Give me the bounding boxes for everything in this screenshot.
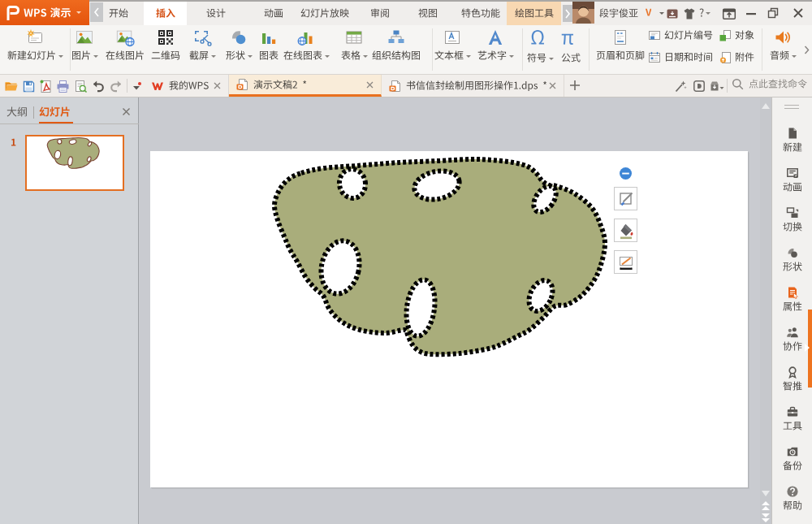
doc-tab-label xyxy=(253,80,307,90)
ribbon-item-object[interactable] xyxy=(719,28,754,42)
scroll-up-button[interactable] xyxy=(760,103,771,109)
ribbon-item-13[interactable] xyxy=(559,25,583,74)
close-tab-icon[interactable] xyxy=(549,82,556,89)
ribbon-item-datetime[interactable] xyxy=(648,50,713,64)
beautify-wand-button[interactable] xyxy=(674,80,687,93)
ribbon-item-shapes[interactable] xyxy=(225,25,253,74)
menu-tab-4[interactable] xyxy=(300,8,349,19)
doc-tab-1[interactable] xyxy=(229,75,382,97)
back-button[interactable] xyxy=(90,2,103,22)
panel-tab-divider xyxy=(33,106,34,119)
panel-tab-outline[interactable] xyxy=(6,106,28,118)
open-file-button[interactable] xyxy=(4,80,18,93)
export-pdf-button[interactable] xyxy=(39,80,53,93)
slide-canvas[interactable] xyxy=(150,151,748,487)
vip-badge xyxy=(646,7,651,18)
outline-color-button[interactable] xyxy=(614,250,637,274)
context-tab-drawing-tools[interactable] xyxy=(507,2,561,25)
toolbar-divider xyxy=(127,79,127,93)
scroll-down-button[interactable] xyxy=(760,491,771,496)
ribbon-item-screenshot[interactable] xyxy=(188,25,216,74)
ribbon-item-attachment[interactable] xyxy=(719,50,754,64)
doc-tab-0[interactable] xyxy=(145,75,229,97)
ribbon-item-label xyxy=(7,50,56,61)
redo-button[interactable] xyxy=(110,80,123,93)
next-slide-button[interactable] xyxy=(760,513,771,522)
dropdown-caret-icon xyxy=(93,55,98,58)
fill-color-button[interactable] xyxy=(614,219,637,242)
app-logo[interactable] xyxy=(0,0,89,25)
sidebar-item-backup[interactable] xyxy=(772,445,812,471)
user-name[interactable] xyxy=(599,8,638,19)
customize-toolbar-button[interactable] xyxy=(131,81,142,93)
more-tabs-button[interactable] xyxy=(563,5,572,22)
sidebar-item-tool[interactable] xyxy=(772,405,812,431)
freeform-shape-with-holes[interactable] xyxy=(150,151,748,487)
menu-tab-2[interactable] xyxy=(206,8,226,19)
ribbon-item-picture[interactable] xyxy=(71,25,98,74)
sidebar-item-attr[interactable] xyxy=(772,286,812,312)
edit-points-button[interactable] xyxy=(614,187,637,210)
ribbon-item-online-chart[interactable] xyxy=(283,25,330,74)
panel-header xyxy=(0,97,139,124)
sidebar-item-label xyxy=(772,500,812,511)
brand-caret-icon xyxy=(76,11,81,14)
user-avatar[interactable] xyxy=(572,2,594,24)
sidebar-item-switch[interactable] xyxy=(772,206,812,232)
ribbon-item-audio[interactable] xyxy=(769,25,797,74)
previous-slide-button[interactable] xyxy=(760,501,771,510)
ribbon-more-button[interactable] xyxy=(801,41,811,58)
ribbon-item-12[interactable] xyxy=(526,25,554,74)
save-button[interactable] xyxy=(22,80,36,93)
ribbon-item-slide-number[interactable] xyxy=(648,28,713,42)
close-button[interactable] xyxy=(793,7,804,19)
sidebar-item-smart[interactable] xyxy=(772,366,812,392)
ribbon-item-table[interactable] xyxy=(340,25,368,74)
sidebar-item-shape[interactable] xyxy=(772,246,812,272)
new-tab-button[interactable] xyxy=(568,79,581,92)
sidebar-drag-handle[interactable] xyxy=(784,105,799,109)
menu-tab-3[interactable] xyxy=(264,8,283,19)
menu-tab-insert[interactable] xyxy=(144,2,187,25)
ribbon-toolbar xyxy=(0,25,812,75)
skin-shirt-icon[interactable] xyxy=(683,7,696,20)
menu-tab-0[interactable] xyxy=(109,8,128,19)
collapse-toolbar-button[interactable] xyxy=(620,167,632,180)
vertical-scrollbar[interactable] xyxy=(760,97,771,524)
sidebar-item-new[interactable] xyxy=(772,127,812,153)
undo-button[interactable] xyxy=(91,80,105,93)
ribbon-item-wordart[interactable] xyxy=(477,25,514,74)
ribbon-item-textbox[interactable] xyxy=(434,25,471,74)
ribbon-item-new-slide[interactable] xyxy=(6,25,63,74)
sidebar-item-anim[interactable] xyxy=(772,167,812,193)
expand-pane-arrow-icon xyxy=(804,344,810,352)
panel-close-button[interactable] xyxy=(122,107,131,116)
find-command-box[interactable] xyxy=(732,78,807,90)
menu-tab-7[interactable] xyxy=(461,8,500,19)
print-preview-button[interactable] xyxy=(74,80,88,93)
ribbon-item-orgchart[interactable] xyxy=(371,25,421,74)
sidebar-item-help[interactable] xyxy=(772,485,812,511)
fullscreen-upload-button[interactable] xyxy=(722,7,736,20)
docer-templates-button[interactable] xyxy=(693,80,706,93)
close-tab-icon[interactable] xyxy=(366,81,374,89)
close-tab-icon[interactable] xyxy=(214,82,221,89)
slide-thumbnail-1[interactable] xyxy=(25,135,124,191)
help-button[interactable] xyxy=(699,7,710,19)
doc-tab-2[interactable] xyxy=(382,75,564,97)
search-icon xyxy=(732,78,744,90)
menu-tab-6[interactable] xyxy=(418,8,438,19)
restore-button[interactable] xyxy=(767,7,779,19)
ribbon-item-label xyxy=(372,50,421,61)
ribbon-item-qrcode[interactable] xyxy=(150,25,181,74)
ribbon-item-headerfooter[interactable] xyxy=(595,25,646,74)
message-icon[interactable] xyxy=(666,7,679,20)
panel-tab-slides[interactable] xyxy=(39,106,71,118)
wps-p-logo-icon xyxy=(3,4,21,22)
menu-tab-5[interactable] xyxy=(370,8,390,19)
print-button[interactable] xyxy=(56,80,70,93)
ribbon-item-chart[interactable] xyxy=(257,25,281,74)
ribbon-item-online-picture[interactable] xyxy=(105,25,145,74)
download-center-button[interactable] xyxy=(710,80,725,93)
minimize-button[interactable] xyxy=(745,7,757,19)
